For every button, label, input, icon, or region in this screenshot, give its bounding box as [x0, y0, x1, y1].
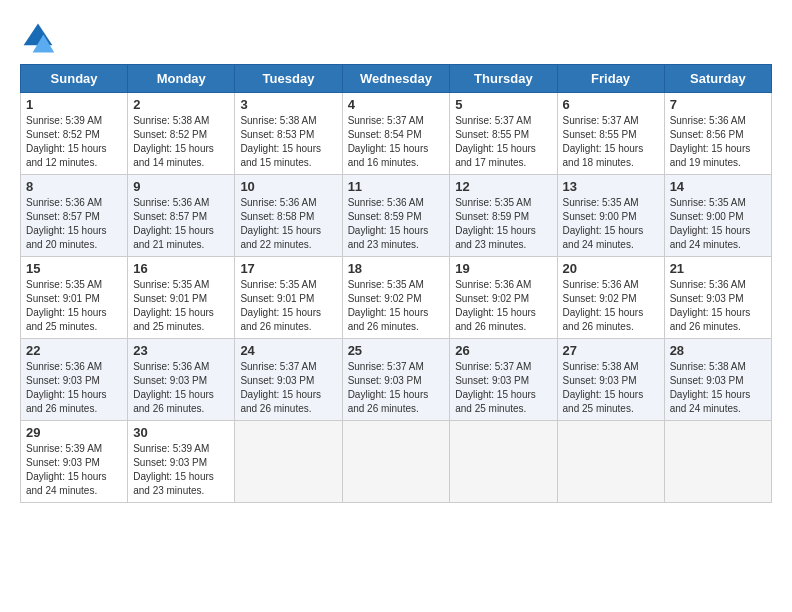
logo: [20, 20, 60, 56]
calendar-cell: 14 Sunrise: 5:35 AM Sunset: 9:00 PM Dayl…: [664, 175, 771, 257]
day-number: 16: [133, 261, 229, 276]
day-info: Sunrise: 5:36 AM Sunset: 8:56 PM Dayligh…: [670, 114, 766, 170]
day-number: 21: [670, 261, 766, 276]
day-number: 13: [563, 179, 659, 194]
day-number: 27: [563, 343, 659, 358]
calendar-cell: 22 Sunrise: 5:36 AM Sunset: 9:03 PM Dayl…: [21, 339, 128, 421]
day-number: 1: [26, 97, 122, 112]
calendar-cell: 23 Sunrise: 5:36 AM Sunset: 9:03 PM Dayl…: [128, 339, 235, 421]
day-number: 5: [455, 97, 551, 112]
calendar-cell: 18 Sunrise: 5:35 AM Sunset: 9:02 PM Dayl…: [342, 257, 450, 339]
calendar-cell: 1 Sunrise: 5:39 AM Sunset: 8:52 PM Dayli…: [21, 93, 128, 175]
weekday-header-row: SundayMondayTuesdayWednesdayThursdayFrid…: [21, 65, 772, 93]
weekday-header-monday: Monday: [128, 65, 235, 93]
day-info: Sunrise: 5:37 AM Sunset: 9:03 PM Dayligh…: [348, 360, 445, 416]
calendar-cell: 7 Sunrise: 5:36 AM Sunset: 8:56 PM Dayli…: [664, 93, 771, 175]
calendar-cell: 25 Sunrise: 5:37 AM Sunset: 9:03 PM Dayl…: [342, 339, 450, 421]
day-info: Sunrise: 5:38 AM Sunset: 9:03 PM Dayligh…: [670, 360, 766, 416]
svg-marker-0: [24, 24, 53, 46]
day-number: 2: [133, 97, 229, 112]
day-number: 28: [670, 343, 766, 358]
day-number: 20: [563, 261, 659, 276]
day-number: 8: [26, 179, 122, 194]
day-number: 25: [348, 343, 445, 358]
day-info: Sunrise: 5:35 AM Sunset: 9:00 PM Dayligh…: [563, 196, 659, 252]
week-row-3: 15 Sunrise: 5:35 AM Sunset: 9:01 PM Dayl…: [21, 257, 772, 339]
day-number: 24: [240, 343, 336, 358]
weekday-header-friday: Friday: [557, 65, 664, 93]
day-info: Sunrise: 5:37 AM Sunset: 8:55 PM Dayligh…: [455, 114, 551, 170]
day-info: Sunrise: 5:36 AM Sunset: 8:59 PM Dayligh…: [348, 196, 445, 252]
day-number: 10: [240, 179, 336, 194]
calendar-cell: 26 Sunrise: 5:37 AM Sunset: 9:03 PM Dayl…: [450, 339, 557, 421]
weekday-header-sunday: Sunday: [21, 65, 128, 93]
calendar-cell: 11 Sunrise: 5:36 AM Sunset: 8:59 PM Dayl…: [342, 175, 450, 257]
calendar-cell: 10 Sunrise: 5:36 AM Sunset: 8:58 PM Dayl…: [235, 175, 342, 257]
day-info: Sunrise: 5:37 AM Sunset: 9:03 PM Dayligh…: [455, 360, 551, 416]
calendar-cell: [235, 421, 342, 503]
calendar-cell: [450, 421, 557, 503]
day-number: 6: [563, 97, 659, 112]
day-number: 29: [26, 425, 122, 440]
day-info: Sunrise: 5:35 AM Sunset: 9:01 PM Dayligh…: [26, 278, 122, 334]
page-header: [20, 20, 772, 56]
calendar-cell: 13 Sunrise: 5:35 AM Sunset: 9:00 PM Dayl…: [557, 175, 664, 257]
calendar-cell: 24 Sunrise: 5:37 AM Sunset: 9:03 PM Dayl…: [235, 339, 342, 421]
day-number: 30: [133, 425, 229, 440]
weekday-header-saturday: Saturday: [664, 65, 771, 93]
day-info: Sunrise: 5:36 AM Sunset: 9:02 PM Dayligh…: [455, 278, 551, 334]
day-number: 11: [348, 179, 445, 194]
day-info: Sunrise: 5:39 AM Sunset: 9:03 PM Dayligh…: [133, 442, 229, 498]
day-info: Sunrise: 5:39 AM Sunset: 8:52 PM Dayligh…: [26, 114, 122, 170]
calendar-cell: 15 Sunrise: 5:35 AM Sunset: 9:01 PM Dayl…: [21, 257, 128, 339]
day-info: Sunrise: 5:35 AM Sunset: 9:01 PM Dayligh…: [240, 278, 336, 334]
week-row-4: 22 Sunrise: 5:36 AM Sunset: 9:03 PM Dayl…: [21, 339, 772, 421]
calendar-cell: 17 Sunrise: 5:35 AM Sunset: 9:01 PM Dayl…: [235, 257, 342, 339]
day-number: 18: [348, 261, 445, 276]
day-number: 23: [133, 343, 229, 358]
weekday-header-wednesday: Wednesday: [342, 65, 450, 93]
calendar-cell: [342, 421, 450, 503]
day-number: 22: [26, 343, 122, 358]
day-number: 17: [240, 261, 336, 276]
calendar-cell: 6 Sunrise: 5:37 AM Sunset: 8:55 PM Dayli…: [557, 93, 664, 175]
day-info: Sunrise: 5:36 AM Sunset: 9:03 PM Dayligh…: [133, 360, 229, 416]
day-number: 7: [670, 97, 766, 112]
day-info: Sunrise: 5:37 AM Sunset: 8:54 PM Dayligh…: [348, 114, 445, 170]
calendar-cell: 4 Sunrise: 5:37 AM Sunset: 8:54 PM Dayli…: [342, 93, 450, 175]
calendar-table: SundayMondayTuesdayWednesdayThursdayFrid…: [20, 64, 772, 503]
day-info: Sunrise: 5:35 AM Sunset: 9:00 PM Dayligh…: [670, 196, 766, 252]
calendar-cell: 27 Sunrise: 5:38 AM Sunset: 9:03 PM Dayl…: [557, 339, 664, 421]
week-row-1: 1 Sunrise: 5:39 AM Sunset: 8:52 PM Dayli…: [21, 93, 772, 175]
day-number: 19: [455, 261, 551, 276]
day-info: Sunrise: 5:35 AM Sunset: 9:02 PM Dayligh…: [348, 278, 445, 334]
day-info: Sunrise: 5:36 AM Sunset: 9:03 PM Dayligh…: [26, 360, 122, 416]
week-row-5: 29 Sunrise: 5:39 AM Sunset: 9:03 PM Dayl…: [21, 421, 772, 503]
day-info: Sunrise: 5:36 AM Sunset: 8:58 PM Dayligh…: [240, 196, 336, 252]
day-info: Sunrise: 5:36 AM Sunset: 9:03 PM Dayligh…: [670, 278, 766, 334]
day-info: Sunrise: 5:38 AM Sunset: 8:53 PM Dayligh…: [240, 114, 336, 170]
day-number: 15: [26, 261, 122, 276]
day-info: Sunrise: 5:35 AM Sunset: 9:01 PM Dayligh…: [133, 278, 229, 334]
calendar-cell: 16 Sunrise: 5:35 AM Sunset: 9:01 PM Dayl…: [128, 257, 235, 339]
calendar-cell: 9 Sunrise: 5:36 AM Sunset: 8:57 PM Dayli…: [128, 175, 235, 257]
day-info: Sunrise: 5:39 AM Sunset: 9:03 PM Dayligh…: [26, 442, 122, 498]
day-info: Sunrise: 5:38 AM Sunset: 8:52 PM Dayligh…: [133, 114, 229, 170]
day-info: Sunrise: 5:36 AM Sunset: 9:02 PM Dayligh…: [563, 278, 659, 334]
day-number: 4: [348, 97, 445, 112]
calendar-cell: 5 Sunrise: 5:37 AM Sunset: 8:55 PM Dayli…: [450, 93, 557, 175]
day-info: Sunrise: 5:36 AM Sunset: 8:57 PM Dayligh…: [133, 196, 229, 252]
calendar-cell: 21 Sunrise: 5:36 AM Sunset: 9:03 PM Dayl…: [664, 257, 771, 339]
day-info: Sunrise: 5:38 AM Sunset: 9:03 PM Dayligh…: [563, 360, 659, 416]
calendar-cell: 3 Sunrise: 5:38 AM Sunset: 8:53 PM Dayli…: [235, 93, 342, 175]
day-info: Sunrise: 5:37 AM Sunset: 9:03 PM Dayligh…: [240, 360, 336, 416]
day-number: 9: [133, 179, 229, 194]
day-info: Sunrise: 5:36 AM Sunset: 8:57 PM Dayligh…: [26, 196, 122, 252]
day-number: 14: [670, 179, 766, 194]
calendar-cell: 29 Sunrise: 5:39 AM Sunset: 9:03 PM Dayl…: [21, 421, 128, 503]
calendar-cell: 8 Sunrise: 5:36 AM Sunset: 8:57 PM Dayli…: [21, 175, 128, 257]
weekday-header-thursday: Thursday: [450, 65, 557, 93]
day-number: 3: [240, 97, 336, 112]
calendar-cell: 12 Sunrise: 5:35 AM Sunset: 8:59 PM Dayl…: [450, 175, 557, 257]
calendar-cell: [557, 421, 664, 503]
